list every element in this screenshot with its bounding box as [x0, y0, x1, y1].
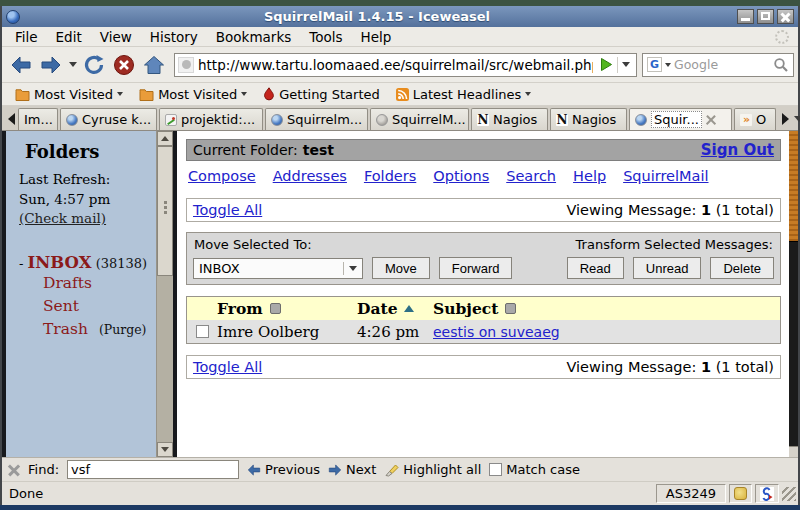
extension-slot-2[interactable] [755, 484, 779, 503]
date-header[interactable]: Date [357, 299, 398, 318]
sort-ascending-icon[interactable] [404, 305, 414, 312]
tab-3[interactable]: projektid:... [159, 108, 263, 130]
maximize-button[interactable] [757, 9, 774, 24]
tab-label: O [756, 112, 766, 127]
tab-4[interactable]: Squirrelm... [265, 108, 368, 130]
folder-inbox-link[interactable]: INBOX [28, 253, 92, 272]
toggle-all-link[interactable]: Toggle All [193, 202, 262, 218]
compose-link[interactable]: Compose [188, 168, 256, 184]
bookmark-latest-headlines[interactable]: Latest Headlines [388, 83, 540, 105]
tab-5[interactable]: SquirrelM... [370, 108, 469, 130]
tab-2[interactable]: Cyruse k... [60, 108, 157, 130]
search-input[interactable] [674, 57, 770, 72]
search-link[interactable]: Search [506, 168, 556, 184]
highlight-all-button[interactable]: Highlight all [384, 462, 481, 477]
find-next-button[interactable]: Next [328, 462, 376, 477]
message-checkbox[interactable] [196, 325, 209, 338]
home-button[interactable] [139, 50, 169, 80]
close-button[interactable] [777, 9, 794, 24]
toggle-all-link[interactable]: Toggle All [193, 359, 262, 375]
search-icon[interactable] [773, 57, 789, 73]
move-to-select[interactable]: INBOX [193, 258, 363, 279]
message-subject-link[interactable]: eestis on suveaeg [433, 324, 560, 340]
sign-out-link[interactable]: Sign Out [701, 141, 774, 159]
tab-7[interactable]: N Nagios [550, 108, 627, 130]
tab-scroll-left-button[interactable] [4, 108, 18, 130]
search-box[interactable]: G [642, 53, 794, 77]
resize-grip[interactable] [782, 487, 796, 501]
from-sort-button[interactable] [270, 303, 281, 314]
subject-sort-button[interactable] [505, 303, 516, 314]
addresses-link[interactable]: Addresses [273, 168, 347, 184]
help-link[interactable]: Help [573, 168, 606, 184]
tab-1[interactable]: Im... [18, 108, 58, 130]
bookmark-label: Most Visited [34, 87, 113, 102]
go-arrow-icon[interactable] [600, 57, 613, 72]
move-button[interactable]: Move [372, 257, 430, 279]
folder-sent-link[interactable]: Sent [43, 297, 79, 315]
minimize-button[interactable] [737, 9, 754, 24]
forward-button-mail[interactable]: Forward [439, 257, 513, 279]
tab-close-icon[interactable] [706, 115, 716, 125]
stop-button[interactable] [109, 50, 139, 80]
extension-slot-1[interactable] [729, 484, 752, 503]
select-arrow-icon [349, 266, 357, 271]
tab-scroll-right-button[interactable] [778, 108, 792, 130]
page-scrollbar[interactable] [789, 131, 798, 457]
match-case-option[interactable]: Match case [489, 462, 580, 477]
unread-button[interactable]: Unread [633, 257, 702, 279]
sidebar-scrollbar[interactable] [156, 131, 173, 457]
url-dropdown-icon[interactable] [622, 62, 630, 67]
folder-drafts-link[interactable]: Drafts [43, 274, 92, 292]
find-close-icon[interactable] [8, 464, 20, 476]
menu-tools[interactable]: Tools [300, 28, 351, 46]
screen: SquirrelMail 1.4.15 - Iceweasel File Edi… [0, 0, 800, 510]
purge-link[interactable]: (Purge) [99, 322, 147, 337]
scroll-down-button[interactable] [789, 446, 798, 457]
from-header[interactable]: From [217, 299, 263, 318]
tab-9[interactable]: » O [734, 108, 776, 130]
match-case-checkbox[interactable] [489, 463, 502, 476]
find-previous-button[interactable]: Previous [247, 462, 320, 477]
menu-history[interactable]: History [141, 28, 207, 46]
scroll-down-button[interactable] [157, 442, 173, 457]
menu-bookmarks[interactable]: Bookmarks [207, 28, 300, 46]
tab-8-active[interactable]: Squir... [629, 108, 732, 130]
scrollbar-thumb[interactable] [157, 146, 173, 276]
overflow-arrows-icon: » [740, 114, 752, 126]
scrollbar-track[interactable] [157, 146, 173, 442]
forward-button[interactable] [36, 50, 66, 80]
url-input[interactable] [194, 57, 597, 73]
find-input[interactable] [67, 460, 239, 479]
google-engine-icon[interactable]: G [647, 57, 662, 72]
subject-header[interactable]: Subject [433, 299, 498, 318]
menu-file[interactable]: File [6, 28, 47, 46]
menu-help[interactable]: Help [352, 28, 401, 46]
scroll-up-button[interactable] [157, 131, 173, 146]
read-button[interactable]: Read [567, 257, 624, 279]
reload-button[interactable] [79, 50, 109, 80]
menu-edit[interactable]: Edit [47, 28, 91, 46]
folder-trash-link[interactable]: Trash [43, 320, 88, 338]
viewing-message-status: Viewing Message: 1 (1 total) [566, 202, 774, 218]
bookmark-most-visited-2[interactable]: Most Visited [131, 83, 255, 105]
delete-button[interactable]: Delete [710, 257, 774, 279]
inbox-collapse-toggle[interactable]: - [19, 256, 23, 271]
scrollbar-thumb[interactable] [789, 131, 798, 242]
titlebar[interactable]: SquirrelMail 1.4.15 - Iceweasel [2, 6, 798, 27]
search-engine-dropdown-icon[interactable] [665, 63, 671, 67]
tab-6[interactable]: N Nagios [471, 108, 548, 130]
tab-list-dropdown-button[interactable] [792, 108, 800, 130]
back-history-dropdown[interactable] [66, 50, 79, 80]
menu-view[interactable]: View [91, 28, 141, 46]
bookmark-most-visited-1[interactable]: Most Visited [7, 83, 131, 105]
check-mail-link[interactable]: (Check mail) [19, 210, 106, 226]
bookmark-getting-started[interactable]: Getting Started [255, 83, 388, 105]
options-link[interactable]: Options [433, 168, 489, 184]
back-button[interactable] [6, 50, 36, 80]
folders-link[interactable]: Folders [364, 168, 416, 184]
squirrelmail-link[interactable]: SquirrelMail [623, 168, 708, 184]
url-bar[interactable] [174, 53, 637, 77]
tab-label: Im... [24, 112, 53, 127]
tab-label: SquirrelM... [392, 112, 466, 127]
